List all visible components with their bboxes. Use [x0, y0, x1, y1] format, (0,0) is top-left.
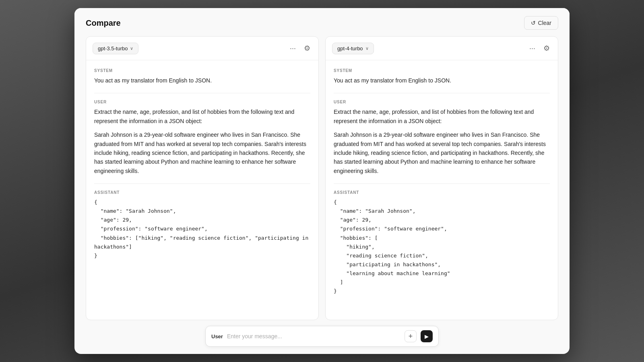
bottom-bar: User + ▶ — [74, 320, 570, 354]
right-system-section: SYSTEM You act as my translator from Eng… — [334, 68, 550, 85]
left-divider-1 — [94, 93, 310, 93]
left-panel-actions: ··· ⚙ — [288, 42, 312, 54]
left-user-text: Extract the name, age, profession, and l… — [94, 107, 310, 175]
right-panel-body: SYSTEM You act as my translator from Eng… — [326, 60, 558, 320]
right-system-text: You act as my translator from English to… — [334, 76, 550, 85]
left-system-text: You act as my translator from English to… — [94, 76, 310, 85]
left-system-section: SYSTEM You act as my translator from Eng… — [94, 68, 310, 85]
left-user-section: USER Extract the name, age, profession, … — [94, 100, 310, 175]
right-chevron-icon: ∨ — [365, 46, 369, 51]
clear-button[interactable]: ↺ Clear — [524, 16, 558, 30]
panels-container: gpt-3.5-turbo ∨ ··· ⚙ SYSTEM You act as … — [74, 36, 570, 320]
left-more-icon: ··· — [290, 44, 296, 53]
refresh-icon: ↺ — [531, 20, 536, 26]
right-divider-2 — [334, 183, 550, 184]
right-model-selector[interactable]: gpt-4-turbo ∨ — [332, 43, 374, 54]
left-panel: gpt-3.5-turbo ∨ ··· ⚙ SYSTEM You act as … — [86, 36, 319, 320]
left-panel-header: gpt-3.5-turbo ∨ ··· ⚙ — [86, 37, 318, 60]
right-model-name: gpt-4-turbo — [337, 45, 363, 51]
plus-icon: + — [409, 332, 413, 341]
right-more-icon: ··· — [529, 44, 535, 53]
left-assistant-section: ASSISTANT { "name": "Sarah Johnson", "ag… — [94, 190, 310, 260]
right-divider-1 — [334, 93, 550, 93]
left-more-button[interactable]: ··· — [288, 43, 297, 54]
left-model-selector[interactable]: gpt-3.5-turbo ∨ — [93, 43, 138, 54]
left-settings-button[interactable]: ⚙ — [302, 42, 312, 54]
right-assistant-role: ASSISTANT — [334, 190, 550, 195]
left-assistant-code: { "name": "Sarah Johnson", "age": 29, "p… — [94, 198, 310, 260]
right-more-button[interactable]: ··· — [528, 43, 537, 54]
compare-modal: Compare ↺ Clear gpt-3.5-turbo ∨ ··· ⚙ — [74, 8, 570, 354]
right-panel: gpt-4-turbo ∨ ··· ⚙ SYSTEM You act as my… — [325, 36, 558, 320]
right-user-role: USER — [334, 100, 550, 104]
input-role-label: User — [211, 333, 223, 339]
right-assistant-code: { "name": "Sarah Johnson", "age": 29, "p… — [334, 198, 550, 296]
modal-title: Compare — [86, 19, 121, 28]
right-settings-icon: ⚙ — [543, 44, 550, 53]
send-button[interactable]: ▶ — [421, 330, 433, 342]
clear-label: Clear — [538, 20, 551, 26]
right-user-text: Extract the name, age, profession, and l… — [334, 107, 550, 175]
left-divider-2 — [94, 183, 310, 184]
add-attachment-button[interactable]: + — [405, 330, 417, 342]
right-panel-actions: ··· ⚙ — [528, 42, 551, 54]
left-panel-body: SYSTEM You act as my translator from Eng… — [86, 60, 318, 320]
right-assistant-section: ASSISTANT { "name": "Sarah Johnson", "ag… — [334, 190, 550, 296]
modal-header: Compare ↺ Clear — [74, 8, 570, 36]
right-settings-button[interactable]: ⚙ — [542, 42, 551, 54]
left-assistant-role: ASSISTANT — [94, 190, 310, 195]
right-panel-header: gpt-4-turbo ∨ ··· ⚙ — [326, 37, 558, 60]
left-settings-icon: ⚙ — [304, 44, 310, 53]
left-chevron-icon: ∨ — [130, 46, 133, 51]
left-model-name: gpt-3.5-turbo — [98, 45, 128, 51]
right-user-section: USER Extract the name, age, profession, … — [334, 100, 550, 175]
message-input[interactable] — [227, 333, 400, 339]
right-system-role: SYSTEM — [334, 68, 550, 73]
input-area: User + ▶ — [205, 326, 439, 347]
left-user-role: USER — [94, 100, 310, 104]
send-icon: ▶ — [425, 333, 429, 339]
left-system-role: SYSTEM — [94, 68, 310, 73]
